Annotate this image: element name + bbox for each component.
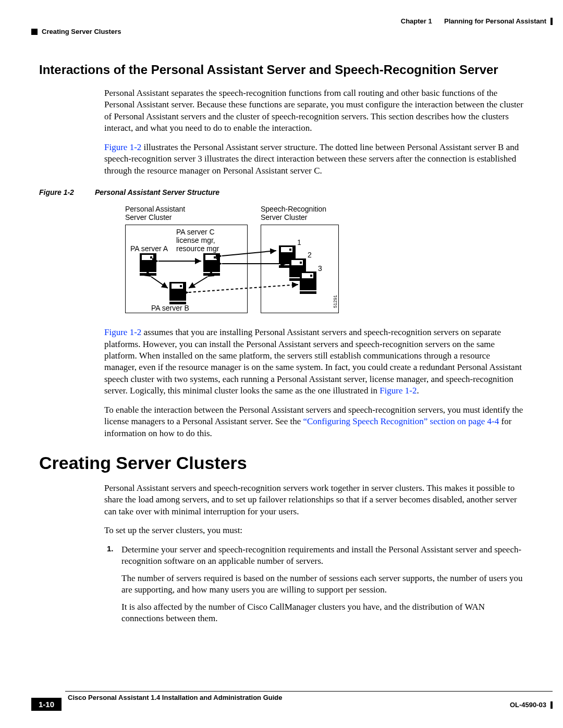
figure-title: Personal Assistant Server Structure bbox=[95, 188, 219, 196]
para-enable-interaction: To enable the interaction between the Pe… bbox=[104, 404, 524, 439]
svg-line-3 bbox=[222, 251, 276, 256]
section-heading-creating-clusters: Creating Server Clusters bbox=[39, 453, 524, 473]
ordered-list: 1. Determine your server and speech-reco… bbox=[107, 544, 524, 625]
diagram-arrows bbox=[125, 204, 344, 318]
svg-line-5 bbox=[189, 285, 298, 292]
para-assumes-body: assumes that you are installing Personal… bbox=[104, 327, 522, 396]
list-number: 1. bbox=[107, 544, 121, 625]
list-item: 1. Determine your server and speech-reco… bbox=[107, 544, 524, 625]
figure-1-2-link[interactable]: Figure 1-2 bbox=[104, 142, 141, 152]
para-assumes: Figure 1-2 assumes that you are installi… bbox=[104, 327, 524, 397]
footer-doc-code: OL-4590-03 bbox=[510, 701, 546, 709]
list-item-1-sub-a: The number of servers required is based … bbox=[121, 573, 524, 596]
figure-number: Figure 1-2 bbox=[39, 188, 74, 196]
link-configuring-speech[interactable]: “Configuring Speech Recognition” section… bbox=[303, 416, 499, 426]
para-setup-lead: To set up the server clusters, you must: bbox=[104, 525, 524, 536]
figure-caption: Figure 1-2Personal Assistant Server Stru… bbox=[39, 188, 524, 196]
footer-bar-icon bbox=[550, 701, 553, 709]
list-item-1-sub-b: It is also affected by the number of Cis… bbox=[121, 601, 524, 625]
header-bar-icon bbox=[550, 18, 553, 25]
para-figure-ref-tail: illustrates the Personal Assistant serve… bbox=[104, 142, 519, 176]
para-figure-ref: Figure 1-2 illustrates the Personal Assi… bbox=[104, 142, 524, 177]
svg-line-2 bbox=[189, 277, 207, 288]
header-chapter: Chapter 1 bbox=[401, 17, 432, 25]
list-item-1-text: Determine your server and speech-recogni… bbox=[121, 544, 524, 567]
para-assumes-tail: . bbox=[417, 386, 419, 396]
figure-1-2-link-3[interactable]: Figure 1-2 bbox=[380, 386, 417, 396]
header-square-icon bbox=[31, 29, 38, 35]
para-intro: Personal Assistant separates the speech-… bbox=[104, 88, 524, 134]
figure-1-2-link-2[interactable]: Figure 1-2 bbox=[104, 327, 141, 337]
header-chapter-title: Planning for Personal Assistant bbox=[444, 17, 546, 25]
figure-diagram: Personal Assistant Server Cluster Speech… bbox=[125, 204, 344, 318]
section-heading-interactions: Interactions of the Personal Assistant S… bbox=[39, 63, 524, 77]
header-section: Creating Server Clusters bbox=[42, 28, 121, 35]
para-clusters-intro: Personal Assistant servers and speech-re… bbox=[104, 483, 524, 517]
footer-doc-title: Cisco Personal Assistant 1.4 Installatio… bbox=[68, 694, 283, 701]
footer-page-number: 1-10 bbox=[31, 698, 62, 711]
page-footer: Cisco Personal Assistant 1.4 Installatio… bbox=[31, 691, 553, 712]
svg-line-1 bbox=[151, 277, 168, 288]
